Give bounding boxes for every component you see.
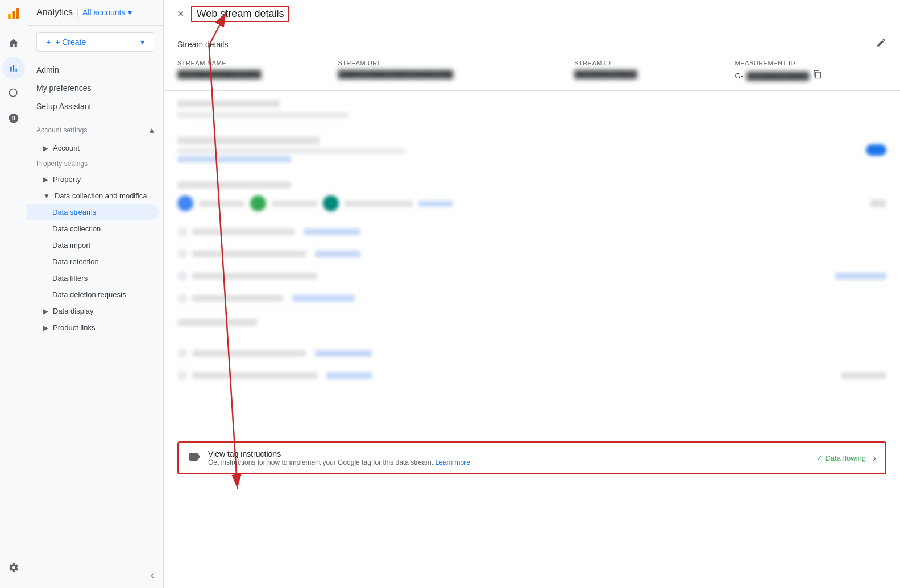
header-divider <box>77 7 78 18</box>
banner-left: View tag instructions Get instructions f… <box>188 449 470 466</box>
close-panel-button[interactable]: × <box>177 7 184 20</box>
data-flowing-label: Data flowing <box>825 454 866 462</box>
stream-url-col: STREAM URL ██████████████████████ <box>338 60 565 81</box>
svg-rect-1 <box>12 11 15 19</box>
svg-point-3 <box>9 89 16 97</box>
measurement-id-col: MEASUREMENT ID G- ████████████ <box>735 60 886 81</box>
stream-url-value: ██████████████████████ <box>338 70 565 78</box>
create-section: + + Create ▾ <box>27 26 163 56</box>
account-arrow-icon: ▶ <box>43 144 48 152</box>
tag-icon <box>188 450 201 466</box>
create-button[interactable]: + + Create ▾ <box>36 32 154 52</box>
stream-id-col: STREAM ID ████████████ <box>574 60 725 81</box>
account-settings-section-header[interactable]: Account settings ▴ <box>27 120 163 140</box>
sidebar-item-data-import[interactable]: Data import <box>27 237 163 253</box>
sidebar-item-data-collection[interactable]: ▼ Data collection and modifica... <box>27 187 163 204</box>
banner-right: ✓ Data flowing › <box>816 452 876 464</box>
sidebar-item-product-links[interactable]: ▶ Product links <box>27 319 163 336</box>
stream-details-title: Stream details <box>177 40 228 49</box>
measurement-id-row: G- ████████████ <box>735 70 886 81</box>
measurement-id-prefix: G- <box>735 72 743 80</box>
check-icon: ✓ <box>816 454 823 462</box>
stream-info-grid: STREAM NAME ████████████████ STREAM URL … <box>177 60 886 81</box>
stream-name-label: STREAM NAME <box>177 60 329 66</box>
blurred-content-area <box>164 91 900 432</box>
sidebar-item-data-filters[interactable]: Data filters <box>27 270 163 286</box>
property-settings-section-header: Property settings <box>27 156 163 171</box>
top-menu: Admin My preferences Setup Assistant <box>27 56 163 120</box>
svg-rect-0 <box>8 14 11 19</box>
sidebar-item-admin[interactable]: Admin <box>27 61 163 79</box>
all-accounts-button[interactable]: All accounts ▾ <box>82 8 131 17</box>
stream-id-value: ████████████ <box>574 70 725 78</box>
advertising-icon[interactable] <box>2 107 25 130</box>
close-icon: × <box>177 7 184 20</box>
learn-more-link[interactable]: Learn more <box>436 458 470 466</box>
stream-id-label: STREAM ID <box>574 60 725 66</box>
home-icon[interactable] <box>2 32 25 55</box>
account-settings-chevron-up: ▴ <box>150 124 154 135</box>
icon-rail <box>0 0 27 588</box>
stream-details-header: Stream details <box>177 37 886 51</box>
measurement-id-blurred-value: ████████████ <box>746 72 810 80</box>
plus-icon: + <box>46 37 51 47</box>
view-tag-instructions-banner[interactable]: View tag instructions Get instructions f… <box>177 441 886 474</box>
explore-icon[interactable] <box>2 82 25 105</box>
reports-icon[interactable] <box>2 57 25 80</box>
stream-details-section: Stream details STREAM NAME █████████████… <box>164 28 900 91</box>
analytics-logo-icon[interactable] <box>5 5 23 23</box>
sidebar-item-property[interactable]: ▶ Property <box>27 171 163 187</box>
sidebar-header: Analytics All accounts ▾ <box>27 0 163 26</box>
sidebar-item-setup-assistant[interactable]: Setup Assistant <box>27 97 163 115</box>
stream-name-value: ████████████████ <box>177 70 329 78</box>
sidebar-item-account[interactable]: ▶ Account <box>27 140 163 156</box>
banner-subtitle: Get instructions for how to implement yo… <box>208 458 470 466</box>
sidebar-item-data-streams[interactable]: Data streams <box>27 204 159 220</box>
edit-stream-button[interactable] <box>876 37 886 51</box>
analytics-logo: Analytics <box>36 7 73 18</box>
stream-url-label: STREAM URL <box>338 60 565 66</box>
measurement-id-label: MEASUREMENT ID <box>735 60 886 66</box>
sidebar: Analytics All accounts ▾ + + Create ▾ Ad… <box>27 0 164 588</box>
property-arrow-icon: ▶ <box>43 176 48 184</box>
sidebar-item-data-display[interactable]: ▶ Data display <box>27 303 163 319</box>
collapse-sidebar-button[interactable]: ‹ <box>151 569 154 581</box>
sidebar-item-data-deletion[interactable]: Data deletion requests <box>27 286 163 303</box>
panel-title: Web stream details <box>191 6 290 22</box>
stream-name-col: STREAM NAME ████████████████ <box>177 60 329 81</box>
gear-icon[interactable] <box>2 556 25 579</box>
sidebar-item-my-preferences[interactable]: My preferences <box>27 79 163 97</box>
product-links-arrow-icon: ▶ <box>43 324 48 332</box>
sidebar-item-data-collection-sub[interactable]: Data collection <box>27 220 163 237</box>
main-content: × Web stream details Stream details STRE… <box>164 0 900 588</box>
sidebar-bottom: ‹ <box>27 562 163 588</box>
analytics-title: Analytics <box>36 7 73 18</box>
data-collection-dash-icon: ▼ <box>43 192 50 200</box>
banner-text-block: View tag instructions Get instructions f… <box>208 449 470 466</box>
copy-measurement-id-button[interactable] <box>813 70 822 81</box>
banner-title: View tag instructions <box>208 449 470 458</box>
data-display-arrow-icon: ▶ <box>43 307 48 315</box>
main-topbar: × Web stream details <box>164 0 900 28</box>
data-flowing-badge: ✓ Data flowing <box>816 454 866 462</box>
sidebar-item-data-retention[interactable]: Data retention <box>27 253 163 270</box>
dropdown-icon: ▾ <box>140 37 144 47</box>
banner-chevron-right-icon[interactable]: › <box>873 452 876 464</box>
chevron-left-icon: ‹ <box>151 569 154 581</box>
svg-rect-2 <box>16 8 19 19</box>
chevron-down-icon: ▾ <box>128 8 132 17</box>
